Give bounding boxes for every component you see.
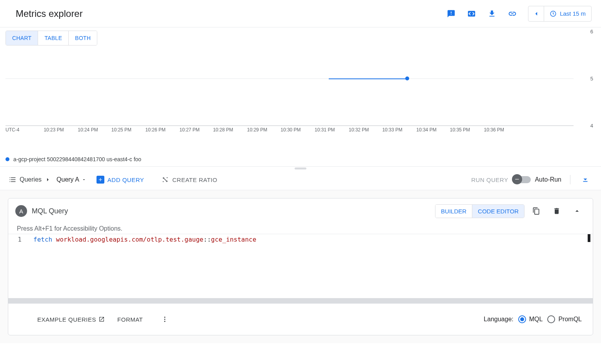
radio-mql[interactable]: MQL bbox=[518, 315, 543, 323]
feedback-icon[interactable] bbox=[442, 4, 461, 23]
create-ratio-label: CREATE RATIO bbox=[172, 177, 217, 183]
lang-promql-label: PromQL bbox=[558, 316, 582, 323]
y-tick-5: 5 bbox=[590, 76, 593, 82]
queries-label: Queries bbox=[20, 176, 42, 183]
auto-run-toggle[interactable] bbox=[514, 176, 531, 183]
x-tick: 10:25 PM bbox=[111, 127, 131, 133]
current-query-dropdown[interactable]: Query A bbox=[56, 176, 86, 183]
clock-icon bbox=[550, 10, 557, 17]
code-editor-mode-button[interactable]: CODE EDITOR bbox=[472, 205, 524, 218]
tok-resource: gce_instance bbox=[211, 236, 257, 243]
svg-point-6 bbox=[164, 317, 166, 318]
lang-mql-label: MQL bbox=[529, 316, 543, 323]
code-content[interactable]: fetch workload.googleapis.com/otlp.test.… bbox=[25, 234, 593, 298]
legend-dot bbox=[5, 157, 9, 161]
x-tick: 10:24 PM bbox=[78, 127, 98, 133]
header-bar: Metrics explorer Last 15 m bbox=[0, 0, 601, 27]
collapse-panel-button[interactable] bbox=[568, 203, 586, 219]
header-actions: Last 15 m bbox=[442, 4, 592, 23]
time-range-label: Last 15 m bbox=[560, 10, 586, 17]
editor-header-actions: BUILDER CODE EDITOR bbox=[435, 203, 586, 219]
query-badge: A bbox=[15, 205, 27, 217]
series-line bbox=[329, 78, 407, 79]
code-editor[interactable]: 1 fetch workload.googleapis.com/otlp.tes… bbox=[8, 234, 593, 298]
svg-point-3 bbox=[167, 177, 168, 178]
chevron-right-icon bbox=[45, 177, 51, 183]
divider bbox=[570, 175, 570, 184]
create-ratio-button[interactable]: CREATE RATIO bbox=[161, 176, 217, 184]
list-icon bbox=[9, 176, 16, 184]
more-options-button[interactable] bbox=[158, 311, 171, 327]
external-link-icon bbox=[98, 316, 105, 322]
download-icon[interactable] bbox=[483, 4, 501, 23]
x-tick: 10:23 PM bbox=[44, 127, 64, 133]
time-nav-prev[interactable] bbox=[528, 6, 544, 21]
radio-icon-unchecked bbox=[547, 315, 555, 323]
plus-icon bbox=[97, 176, 104, 184]
run-query-button[interactable]: RUN QUERY bbox=[471, 177, 508, 183]
copy-button[interactable] bbox=[528, 203, 545, 219]
series-point bbox=[405, 76, 409, 80]
x-tick: 10:36 PM bbox=[484, 127, 504, 133]
time-range-button[interactable]: Last 15 m bbox=[544, 6, 591, 21]
builder-mode-button[interactable]: BUILDER bbox=[435, 205, 472, 218]
y-tick-6: 6 bbox=[590, 29, 593, 35]
chart-legend: a-gcp-project 5002298440842481700 us-eas… bbox=[0, 152, 601, 167]
editor-cursor bbox=[588, 234, 590, 242]
radio-promql[interactable]: PromQL bbox=[547, 315, 582, 323]
resize-handle[interactable] bbox=[0, 167, 601, 169]
chart-area: 6 5 4 UTC-4 10:23 PM 10:24 PM 10:25 PM 1… bbox=[0, 31, 601, 141]
example-queries-link[interactable]: EXAMPLE QUERIES bbox=[37, 316, 105, 323]
y-tick-4: 4 bbox=[590, 123, 593, 129]
language-selector: Language: MQL PromQL bbox=[484, 315, 582, 323]
timezone-label: UTC-4 bbox=[5, 127, 19, 133]
accessibility-hint: Press Alt+F1 for Accessibility Options. bbox=[8, 224, 593, 234]
svg-point-8 bbox=[164, 321, 166, 322]
more-vert-icon bbox=[161, 316, 168, 323]
collapse-down-button[interactable] bbox=[579, 173, 592, 186]
editor-gutter: 1 bbox=[8, 234, 25, 298]
legend-label: a-gcp-project 5002298440842481700 us-eas… bbox=[13, 156, 141, 162]
add-query-label: ADD QUERY bbox=[107, 177, 144, 183]
svg-rect-5 bbox=[583, 181, 588, 182]
x-tick: 10:34 PM bbox=[416, 127, 436, 133]
queries-bar: Queries Query A ADD QUERY CREATE RATIO R… bbox=[0, 169, 601, 190]
x-tick: 10:29 PM bbox=[247, 127, 267, 133]
svg-point-2 bbox=[163, 181, 164, 182]
auto-run-toggle-group: Auto-Run bbox=[514, 176, 561, 183]
format-label: FORMAT bbox=[117, 316, 143, 323]
link-icon[interactable] bbox=[503, 4, 522, 23]
tok-metric: workload.googleapis.com/otlp.test.gauge bbox=[56, 236, 204, 243]
radio-icon-checked bbox=[518, 315, 526, 323]
editor-header: A MQL Query BUILDER CODE EDITOR bbox=[8, 198, 593, 224]
x-tick: 10:35 PM bbox=[450, 127, 470, 133]
tok-keyword: fetch bbox=[33, 236, 52, 243]
x-tick: 10:28 PM bbox=[213, 127, 233, 133]
chart-plot[interactable]: 6 5 4 bbox=[5, 31, 574, 126]
format-button[interactable]: FORMAT bbox=[117, 316, 143, 323]
svg-point-7 bbox=[164, 319, 166, 320]
delete-button[interactable] bbox=[548, 203, 565, 219]
code-icon[interactable] bbox=[462, 4, 481, 23]
time-range-selector: Last 15 m bbox=[528, 6, 592, 22]
x-tick: 10:32 PM bbox=[349, 127, 369, 133]
auto-run-label: Auto-Run bbox=[535, 176, 561, 183]
x-tick: 10:27 PM bbox=[179, 127, 199, 133]
queries-label-group: Queries bbox=[9, 176, 51, 184]
page-title: Metrics explorer bbox=[16, 8, 83, 19]
editor-section: A MQL Query BUILDER CODE EDITOR Press Al… bbox=[0, 190, 601, 343]
current-query-label: Query A bbox=[56, 176, 79, 183]
ratio-icon bbox=[161, 176, 169, 184]
caret-down-icon bbox=[82, 177, 86, 182]
language-label: Language: bbox=[484, 316, 514, 323]
add-query-button[interactable]: ADD QUERY bbox=[97, 176, 144, 184]
tok-sep: :: bbox=[204, 236, 211, 243]
x-axis-line bbox=[5, 126, 574, 126]
editor-card: A MQL Query BUILDER CODE EDITOR Press Al… bbox=[8, 198, 593, 335]
example-queries-label: EXAMPLE QUERIES bbox=[37, 316, 96, 323]
editor-horizontal-scrollbar[interactable] bbox=[8, 298, 593, 304]
x-tick: 10:30 PM bbox=[280, 127, 300, 133]
x-tick: 10:33 PM bbox=[382, 127, 402, 133]
resize-handle-bar bbox=[295, 167, 306, 169]
svg-rect-4 bbox=[515, 179, 519, 179]
